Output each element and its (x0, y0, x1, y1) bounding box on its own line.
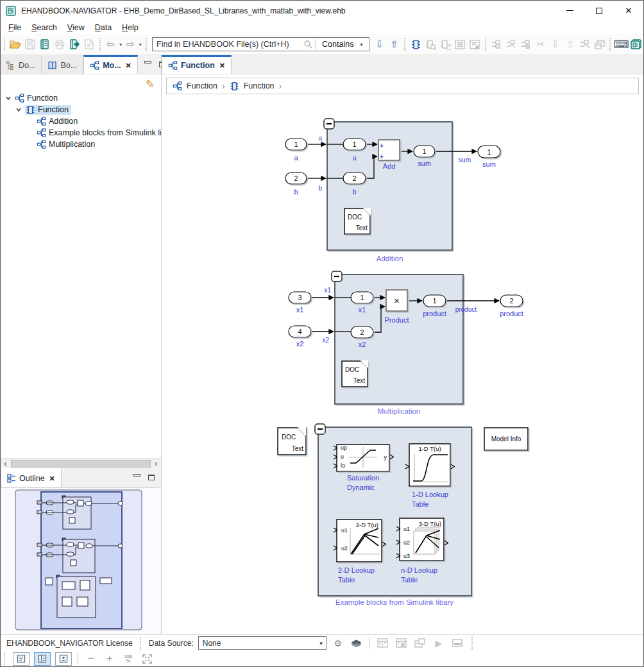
display-window-button[interactable] (450, 637, 464, 650)
multiplication-diagram[interactable]: 3 x1 4 x2 x1 x2 1 x1 2 x2 × (289, 271, 523, 415)
minimap-preview[interactable] (1, 488, 160, 632)
tab-books[interactable]: Bo... (42, 55, 83, 74)
menu-file[interactable]: File (3, 22, 26, 33)
menu-help[interactable]: Help (117, 22, 144, 33)
search-mode-dropdown[interactable]: Contains ▾ (318, 40, 369, 49)
copy-view-button[interactable] (592, 37, 607, 52)
svg-text:2-D Lookup: 2-D Lookup (338, 566, 375, 574)
list-clear-button[interactable] (468, 37, 482, 52)
example-blocks-diagram[interactable]: DOC Text up u lo y (278, 424, 528, 606)
model-view-button[interactable] (409, 37, 423, 52)
import-button[interactable]: ⇩ (548, 37, 563, 52)
model-tree-icon (173, 81, 182, 90)
tab-outline[interactable]: Outline ✕ (1, 468, 62, 487)
tab-function[interactable]: Function ✕ (162, 55, 232, 74)
list-view-button[interactable] (453, 37, 468, 52)
minimize-button[interactable] (555, 1, 584, 21)
svg-text:sum: sum (482, 160, 496, 168)
chevron-expanded-icon[interactable] (4, 95, 12, 101)
breadcrumb-item[interactable]: Function (187, 81, 217, 90)
export-button[interactable]: ⇧ (563, 37, 577, 52)
model-canvas[interactable]: 1 a 2 b a b 1 a 2 b + (162, 97, 643, 634)
search-input[interactable] (153, 38, 301, 50)
maximize-button[interactable] (584, 1, 614, 21)
tree-item-function-child[interactable]: Function (1, 104, 161, 115)
svg-text:Model Info: Model Info (491, 435, 521, 443)
tree-item-function-root[interactable]: Function (1, 92, 161, 104)
forward-history-dropdown[interactable]: ▾ (138, 42, 143, 47)
export-pdf-button[interactable] (82, 37, 97, 52)
doc-text-block[interactable]: DOC Text (278, 427, 306, 455)
revert-button[interactable] (577, 37, 592, 52)
zoom-in-button[interactable]: + (103, 652, 117, 665)
chevron-expanded-icon[interactable] (15, 106, 22, 113)
back-history-dropdown[interactable]: ▾ (118, 42, 123, 47)
menu-data[interactable]: Data (90, 22, 117, 33)
tree-item-addition[interactable]: Addition (1, 115, 161, 127)
model-search-button[interactable] (423, 37, 438, 52)
view-profile-button[interactable] (55, 652, 72, 666)
annotate-text-button[interactable] (504, 37, 518, 52)
tab-documents[interactable]: Do... (1, 55, 42, 74)
data-source-settings-button[interactable]: ⚙ (331, 637, 345, 650)
edit-pencil-icon[interactable]: ✎ (146, 78, 155, 91)
open-folder-icon (10, 40, 21, 49)
doc-text-block[interactable]: DOC Text (344, 208, 371, 234)
annotate-remove-button[interactable] (518, 37, 533, 52)
doc-text-block[interactable]: DOC Text (342, 360, 368, 387)
calibration-remove-button[interactable] (394, 637, 409, 650)
svg-text:2-D T(u): 2-D T(u) (356, 521, 378, 528)
toolbar-grip (404, 38, 407, 51)
about-button[interactable] (629, 37, 643, 52)
annotate-pin-button[interactable] (489, 37, 504, 52)
scroll-left-icon[interactable]: ‹ (1, 459, 10, 468)
panel-maximize-icon[interactable] (148, 475, 155, 480)
tree-item-example-blocks[interactable]: Example blocks from Simulink lib (1, 127, 161, 139)
zoom-out-button[interactable]: − (84, 652, 98, 665)
panel-minimize-icon[interactable] (144, 61, 151, 63)
model-tree-icon (37, 128, 46, 137)
scroll-right-icon[interactable]: › (151, 459, 161, 468)
export-ehb-button[interactable] (67, 37, 82, 52)
tab-close-icon[interactable]: ✕ (49, 475, 55, 483)
calibration-window-button[interactable] (376, 637, 390, 650)
run-button[interactable]: ▶ (432, 637, 446, 650)
data-source-stack-button[interactable] (350, 637, 364, 650)
zoom-fit-button[interactable] (140, 652, 154, 665)
model-info-block[interactable]: Model Info (484, 428, 528, 450)
tree-item-multiplication[interactable]: Multiplication (1, 139, 161, 150)
outline-minimap[interactable] (1, 487, 161, 634)
menu-view[interactable]: View (62, 22, 90, 33)
open-file-button[interactable] (8, 37, 23, 52)
breadcrumb-item[interactable]: Function (244, 81, 275, 90)
tree-horizontal-scrollbar[interactable]: ‹ › (1, 458, 161, 468)
tab-close-icon[interactable]: ✕ (219, 62, 225, 70)
print-button[interactable] (53, 37, 67, 52)
view-document-button[interactable] (13, 652, 30, 666)
svg-text:Example blocks from Simulink l: Example blocks from Simulink libary (335, 598, 453, 606)
find-previous-button[interactable]: ⇧ (387, 37, 402, 52)
open-book-button[interactable] (38, 37, 53, 52)
close-button[interactable]: ✕ (614, 1, 643, 21)
cut-button[interactable]: ✂ (533, 37, 548, 52)
save-button[interactable] (23, 37, 38, 52)
calibration-sync-button[interactable] (413, 637, 427, 650)
main-toolbar: ⇦ ▾ ⇨ ▾ Contains ▾ ⇩ ⇧ (1, 34, 643, 55)
data-source-dropdown[interactable]: None ▾ (198, 636, 326, 650)
navigate-back-button[interactable]: ⇦ (103, 37, 118, 52)
zoom-reset-button[interactable]: 100 % (121, 652, 135, 665)
shortcuts-button[interactable]: ⌨ (614, 37, 629, 52)
tab-close-icon[interactable]: ✕ (126, 62, 131, 70)
scrollbar-thumb[interactable] (11, 460, 151, 468)
menu-search[interactable]: Search (26, 22, 62, 33)
addition-diagram[interactable]: 1 a 2 b a b 1 a 2 b + (285, 119, 500, 262)
collapse-button[interactable] (332, 271, 342, 282)
tab-model[interactable]: Mo... ✕ (83, 55, 138, 74)
model-refresh-button[interactable] (438, 37, 453, 52)
navigate-forward-button[interactable]: ⇨ (123, 37, 138, 52)
collapse-button[interactable] (315, 424, 325, 434)
find-next-button[interactable]: ⇩ (372, 37, 387, 52)
view-split-button[interactable] (34, 652, 51, 666)
collapse-button[interactable] (324, 119, 334, 129)
panel-minimize-icon[interactable] (133, 474, 140, 477)
